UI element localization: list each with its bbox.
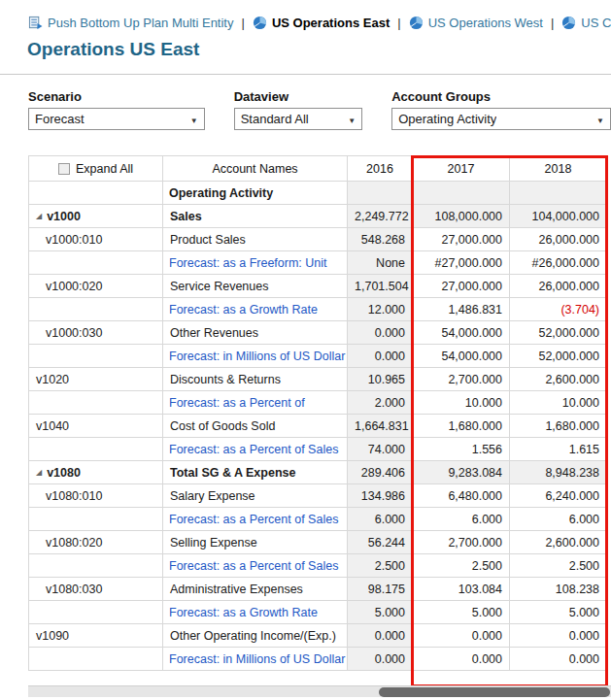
cell-2016[interactable]: 0.000	[348, 321, 413, 345]
cell-2016[interactable]: 548.268	[348, 228, 413, 251]
cell-2018[interactable]: 2,600.000	[510, 531, 607, 554]
column-header-2018[interactable]: 2018	[510, 156, 607, 182]
cell-2016[interactable]: 2.000	[348, 391, 413, 415]
cell-2017[interactable]: 1,486.831	[413, 298, 510, 321]
cell-2018[interactable]: 5.000	[510, 601, 607, 624]
cell-2018[interactable]: 2,600.000	[510, 368, 607, 391]
cell-2017[interactable]: 108,000.000	[413, 205, 510, 228]
cell-2016[interactable]: 289.406	[348, 461, 413, 484]
cell-2017[interactable]: 2,700.000	[413, 531, 510, 554]
cell-2018[interactable]: 8,948.238	[510, 461, 607, 484]
cell-2016[interactable]: 0.000	[348, 648, 413, 671]
tab-us-operations-east[interactable]: US Operations East	[253, 16, 390, 30]
tab-us-operations-central[interactable]: US C	[561, 16, 611, 30]
column-header-2017[interactable]: 2017	[413, 156, 510, 182]
collapse-triangle-icon[interactable]	[36, 466, 42, 480]
account-groups-value: Operating Activity	[398, 112, 496, 126]
tab-push-bottom-up-plan-multi-entity[interactable]: Push Bottom Up Plan Multi Entity	[28, 16, 233, 30]
cell-2016[interactable]: 1,664.831	[348, 415, 413, 438]
cell-2016[interactable]: 6.000	[348, 508, 413, 531]
cell-2018[interactable]: 10.000	[510, 391, 607, 415]
cell-2018[interactable]: 6.000	[510, 508, 607, 531]
cell-2018[interactable]: 52,000.000	[510, 321, 607, 345]
member-label: v1040	[36, 419, 69, 433]
forecast-link[interactable]: Forecast: as a Percent of	[169, 396, 305, 410]
collapse-triangle-icon[interactable]	[36, 210, 42, 223]
cell-2016[interactable]: 0.000	[348, 624, 413, 648]
cell-2016[interactable]: 0.000	[348, 345, 413, 368]
cell-2016[interactable]: 2,249.772	[348, 205, 413, 228]
cell-2017[interactable]: 0.000	[413, 624, 510, 648]
horizontal-scrollbar[interactable]	[28, 685, 611, 697]
cell-2018[interactable]: 0.000	[510, 624, 607, 648]
account-groups-select[interactable]: Operating Activity	[391, 108, 611, 130]
cell-2017[interactable]: 9,283.084	[413, 461, 510, 484]
member-label: v1000:030	[46, 326, 102, 340]
tab-us-operations-west[interactable]: US Operations West	[409, 16, 543, 30]
forecast-link[interactable]: Forecast: in Millions of US Dollar	[169, 350, 345, 363]
cell-2018[interactable]: 6,240.000	[510, 484, 607, 508]
cell-2016[interactable]: 10.965	[348, 368, 413, 391]
scenario-select[interactable]: Forecast	[28, 108, 205, 130]
cell-2018[interactable]: 1.615	[510, 438, 607, 461]
forecast-link[interactable]: Forecast: in Millions of US Dollar	[169, 652, 345, 666]
expand-all-checkbox[interactable]	[58, 163, 70, 175]
cell-2016[interactable]: 12.000	[348, 298, 413, 321]
cell-2017[interactable]: 54,000.000	[413, 345, 510, 368]
cell-2017[interactable]: 1,680.000	[413, 415, 510, 438]
account-name: Total SG & A Expense	[170, 466, 295, 480]
forecast-link[interactable]: Forecast: as a Percent of Sales	[169, 559, 338, 573]
member-cell	[29, 508, 163, 531]
cell-2017[interactable]: #27,000.000	[413, 251, 510, 275]
cell-2018[interactable]: 108.238	[510, 578, 607, 601]
cell-2018[interactable]: 52,000.000	[510, 345, 607, 368]
cell-2017[interactable]: 6.000	[413, 508, 510, 531]
cell-2016[interactable]: 5.000	[348, 601, 413, 624]
cell-2016[interactable]: 56.244	[348, 531, 413, 554]
forecast-link-cell: Forecast: in Millions of US Dollar	[163, 345, 348, 368]
cell-2018[interactable]: 2.500	[510, 554, 607, 578]
scenario-label: Scenario	[28, 89, 205, 104]
cell-2016[interactable]: 134.986	[348, 484, 413, 508]
scrollbar-thumb[interactable]	[379, 687, 610, 697]
cell-2016[interactable]: 2.500	[348, 554, 413, 578]
cell-2016[interactable]	[348, 182, 413, 205]
forecast-link[interactable]: Forecast: as a Growth Rate	[169, 606, 318, 619]
forecast-link-cell: Forecast: as a Percent of Sales	[163, 508, 348, 531]
forecast-link[interactable]: Forecast: as a Percent of Sales	[169, 513, 338, 526]
cell-2017[interactable]: 27,000.000	[413, 228, 510, 251]
cell-2018[interactable]: 1,680.000	[510, 415, 607, 438]
cell-2018[interactable]: 26,000.000	[510, 228, 607, 251]
cell-2017[interactable]: 6,480.000	[413, 484, 510, 508]
cell-2018[interactable]: #26,000.000	[510, 251, 607, 275]
account-name-cell: Cost of Goods Sold	[163, 415, 348, 438]
cell-2017[interactable]: 1.556	[413, 438, 510, 461]
cell-2016[interactable]: 1,701.504	[348, 275, 413, 298]
cell-2016[interactable]: None	[348, 251, 413, 275]
cell-2017[interactable]: 2,700.000	[413, 368, 510, 391]
grid-row: Forecast: as a Percent of2.00010.00010.0…	[29, 391, 607, 415]
forecast-link[interactable]: Forecast: as a Percent of Sales	[169, 443, 338, 456]
cell-2017[interactable]: 54,000.000	[413, 321, 510, 345]
cell-2016[interactable]: 98.175	[348, 578, 413, 601]
cell-2018[interactable]: (3.704)	[510, 298, 607, 321]
cell-2017[interactable]: 103.084	[413, 578, 510, 601]
cell-2016[interactable]: 74.000	[348, 438, 413, 461]
dataview-select[interactable]: Standard All	[234, 108, 363, 130]
member-cell	[29, 391, 163, 415]
forecast-link-cell: Forecast: in Millions of US Dollar	[163, 648, 348, 671]
cell-2017[interactable]	[413, 182, 510, 205]
cell-2017[interactable]: 5.000	[413, 601, 510, 624]
cell-2018[interactable]	[510, 182, 607, 205]
member-cell: v1080:010	[29, 484, 163, 508]
cell-2017[interactable]: 2.500	[413, 554, 510, 578]
cell-2017[interactable]: 0.000	[413, 648, 510, 671]
cell-2018[interactable]: 26,000.000	[510, 275, 607, 298]
cell-2018[interactable]: 0.000	[510, 648, 607, 671]
forecast-link[interactable]: Forecast: as a Freeform: Unit	[169, 256, 327, 270]
cell-2017[interactable]: 27,000.000	[413, 275, 510, 298]
cell-2018[interactable]: 104,000.000	[510, 205, 607, 228]
cell-2017[interactable]: 10.000	[413, 391, 510, 415]
column-header-2016[interactable]: 2016	[348, 156, 413, 182]
forecast-link[interactable]: Forecast: as a Growth Rate	[169, 303, 318, 317]
